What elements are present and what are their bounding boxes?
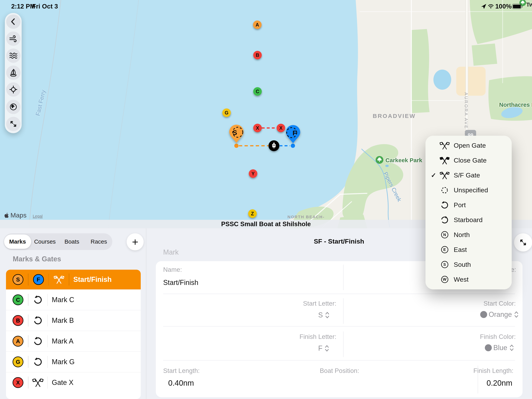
map-label-broadview: BROADVIEW [373, 113, 416, 119]
menu-item-label: Close Gate [454, 157, 487, 164]
finish-letter-picker[interactable]: F [318, 344, 329, 352]
add-button[interactable]: + [127, 233, 144, 250]
wind-icon [9, 34, 18, 43]
menu-item-label: Starboard [454, 216, 482, 224]
boat-layer-button[interactable] [6, 65, 20, 80]
battery-icon [512, 4, 522, 9]
list-item-mark-b[interactable]: B Mark B [6, 310, 141, 331]
start-color-picker[interactable]: Orange [480, 310, 519, 319]
menu-item-starboard[interactable]: Starboard [425, 212, 512, 227]
menu-item-unspecified[interactable]: Unspecified [425, 183, 512, 197]
start-color-label: Start Color: [472, 300, 516, 307]
map-mark-boat[interactable] [268, 140, 279, 151]
wind-layer-button[interactable] [6, 32, 20, 46]
sf-gate-flags-icon [440, 170, 450, 180]
mark-letter: G [225, 110, 228, 116]
rotate-ccw-icon [33, 295, 43, 305]
menu-item-label: South [454, 261, 471, 268]
pin-letter: F [283, 129, 303, 137]
open-gate-flags-icon [30, 377, 45, 388]
stepper-icon[interactable] [514, 311, 519, 318]
mark-letter: A [256, 22, 259, 28]
list-item-label: Mark G [52, 358, 75, 366]
location-arrow-icon [481, 3, 487, 9]
list-item-mark-g[interactable]: G Mark G [6, 351, 141, 372]
rotate-ccw-icon [33, 336, 43, 346]
menu-item-open-gate[interactable]: Open Gate [425, 138, 512, 153]
checkmark-icon: ✓ [431, 171, 439, 179]
letter-badge: C [13, 294, 23, 305]
menu-item-west[interactable]: W West [425, 272, 512, 287]
map-label-north-beach: NORTH BEACH- [287, 215, 325, 219]
open-gate-flags-icon [440, 140, 450, 151]
expand-icon [519, 238, 528, 247]
fullscreen-button[interactable] [6, 117, 20, 131]
rotate-ccw-icon [33, 357, 43, 367]
menu-item-south[interactable]: S South [425, 257, 512, 272]
sf-gate-flags-icon [52, 274, 66, 285]
map-mark-g[interactable]: G [222, 108, 231, 117]
map-label-aurora-ave: AURORA AVE N [463, 92, 469, 135]
stepper-icon[interactable] [325, 311, 330, 319]
mark-letter: Z [251, 211, 254, 216]
close-gate-flags-icon [440, 155, 450, 165]
start-letter-picker[interactable]: S [318, 311, 330, 319]
menu-item-label: West [454, 276, 469, 283]
stepper-icon[interactable] [324, 344, 329, 352]
map-toolbar [5, 13, 22, 133]
list-item-label: Start/Finish [73, 275, 112, 284]
finish-letter-label: Finish Letter: [293, 333, 336, 340]
list-item-mark-a[interactable]: A Mark A [6, 331, 141, 351]
finish-length-value: 0.20nm [487, 379, 512, 387]
finish-color-picker[interactable]: Blue [485, 344, 514, 352]
map-mark-a[interactable]: A [253, 20, 262, 29]
start-length-value: 0.40nm [168, 379, 194, 387]
menu-item-close-gate[interactable]: Close Gate [425, 153, 512, 168]
map-style-button[interactable] [6, 100, 20, 114]
tab-races[interactable]: Races [85, 233, 113, 250]
ferry-boat-icon [270, 141, 278, 150]
start-line-end-dot [234, 144, 239, 148]
status-date: Fri Oct 3 [32, 3, 58, 10]
park-tree-icon [375, 156, 384, 164]
map-caption: PSSC Small Boat at Shilshole [221, 220, 311, 228]
current-layer-button[interactable] [6, 49, 20, 63]
map-mark-c[interactable]: C [253, 87, 262, 96]
detail-expand-button[interactable] [514, 233, 532, 252]
list-item-label: Gate X [52, 379, 73, 387]
list-item-gate-x[interactable]: X Gate X [6, 372, 141, 393]
name-value[interactable]: Start/Finish [163, 279, 198, 287]
letter-badge: S [13, 274, 23, 285]
color-swatch [485, 344, 492, 351]
map-label-carkeek-park: Carkeek Park [386, 157, 422, 164]
start-letter-label: Start Letter: [293, 300, 336, 307]
list-item-start-finish[interactable]: S F Start/Finish [6, 270, 141, 289]
tab-courses[interactable]: Courses [32, 233, 59, 250]
map-mark-b[interactable]: B [253, 51, 262, 59]
map-mark-y[interactable]: Y [249, 169, 257, 178]
section-title: Marks & Gates [13, 255, 61, 263]
stepper-icon[interactable] [509, 344, 514, 352]
list-item-label: Mark C [52, 296, 74, 304]
map-pin-finish[interactable]: F [283, 125, 303, 144]
tab-marks[interactable]: Marks [4, 234, 31, 249]
back-chevron-icon [9, 17, 18, 26]
ferry-route-line-2 [108, 0, 139, 228]
map-pin-start[interactable]: S [227, 124, 246, 143]
locate-button[interactable] [6, 82, 20, 97]
menu-item-east[interactable]: E East [425, 242, 512, 257]
back-button[interactable] [6, 14, 20, 29]
tab-boats[interactable]: Boats [58, 233, 85, 250]
menu-item-port[interactable]: Port [425, 197, 512, 212]
map-mark-x1[interactable]: X [253, 124, 262, 132]
list-item-mark-c[interactable]: C Mark C [6, 289, 141, 310]
status-battery-percent: 100% [495, 3, 512, 10]
letter-badge: F [33, 274, 44, 285]
menu-item-north[interactable]: N North [425, 227, 512, 242]
map-mark-z[interactable]: Z [248, 209, 257, 218]
rotate-cw-icon [440, 215, 449, 225]
circled-n-icon: N [441, 231, 448, 238]
menu-item-sf-gate[interactable]: ✓ S/F Gate [425, 168, 512, 183]
legal-link[interactable]: Legal [33, 214, 43, 218]
panel-divider [146, 228, 146, 399]
